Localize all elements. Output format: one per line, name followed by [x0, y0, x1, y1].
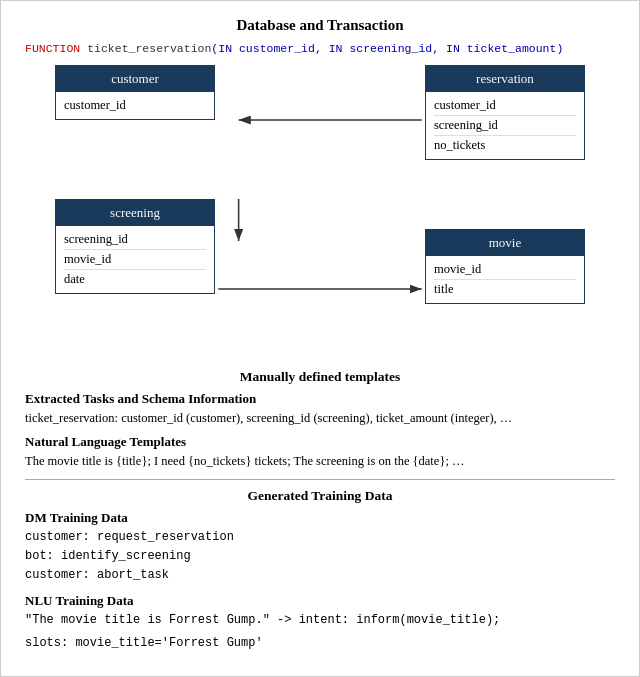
customer-table-body: customer_id — [56, 92, 214, 119]
dm-lines: customer: request_reservation bot: ident… — [25, 528, 615, 586]
dm-label: DM Training Data — [25, 510, 615, 526]
nlu-label: NLU Training Data — [25, 593, 615, 609]
divider — [25, 479, 615, 480]
function-params: (IN customer_id, IN screening_id, IN tic… — [211, 42, 563, 55]
diagram-area: customer customer_id reservation custome… — [25, 65, 615, 361]
function-name: ticket_reservation — [87, 42, 211, 55]
screening-table: screening screening_id movie_id date — [55, 199, 215, 294]
reservation-field-0: customer_id — [434, 96, 576, 116]
movie-field-0: movie_id — [434, 260, 576, 280]
reservation-table: reservation customer_id screening_id no_… — [425, 65, 585, 160]
dm-line-0: customer: request_reservation — [25, 528, 615, 547]
screening-table-body: screening_id movie_id date — [56, 226, 214, 293]
manually-defined-title: Manually defined templates — [25, 369, 615, 385]
extracted-label: Extracted Tasks and Schema Information — [25, 391, 615, 407]
generated-title: Generated Training Data — [25, 488, 615, 504]
screening-field-2: date — [64, 270, 206, 289]
nlu-line1: "The movie title is Forrest Gump." -> in… — [25, 611, 615, 630]
extracted-text: ticket_reservation: customer_id (custome… — [25, 409, 615, 428]
db-top-row: customer customer_id reservation custome… — [25, 65, 615, 195]
function-keyword: FUNCTION — [25, 42, 87, 55]
reservation-field-1: screening_id — [434, 116, 576, 136]
screening-field-0: screening_id — [64, 230, 206, 250]
movie-table: movie movie_id title — [425, 229, 585, 304]
screening-table-header: screening — [56, 200, 214, 226]
movie-field-1: title — [434, 280, 576, 299]
main-title: Database and Transaction — [25, 17, 615, 34]
reservation-table-body: customer_id screening_id no_tickets — [426, 92, 584, 159]
reservation-field-2: no_tickets — [434, 136, 576, 155]
dm-line-1: bot: identify_screening — [25, 547, 615, 566]
generated-section: Generated Training Data DM Training Data… — [25, 488, 615, 654]
nlu-line2: slots: movie_title='Forrest Gump' — [25, 634, 615, 653]
customer-field-0: customer_id — [64, 96, 206, 115]
nl-text: The movie title is {title}; I need {no_t… — [25, 452, 615, 471]
manually-defined-section: Manually defined templates Extracted Tas… — [25, 369, 615, 471]
movie-table-body: movie_id title — [426, 256, 584, 303]
customer-table-header: customer — [56, 66, 214, 92]
customer-table: customer customer_id — [55, 65, 215, 120]
screening-field-1: movie_id — [64, 250, 206, 270]
movie-table-header: movie — [426, 230, 584, 256]
dm-line-2: customer: abort_task — [25, 566, 615, 585]
db-bottom-row: screening screening_id movie_id date mov… — [25, 199, 615, 349]
function-line: FUNCTION ticket_reservation(IN customer_… — [25, 42, 615, 55]
reservation-table-header: reservation — [426, 66, 584, 92]
nl-label: Natural Language Templates — [25, 434, 615, 450]
